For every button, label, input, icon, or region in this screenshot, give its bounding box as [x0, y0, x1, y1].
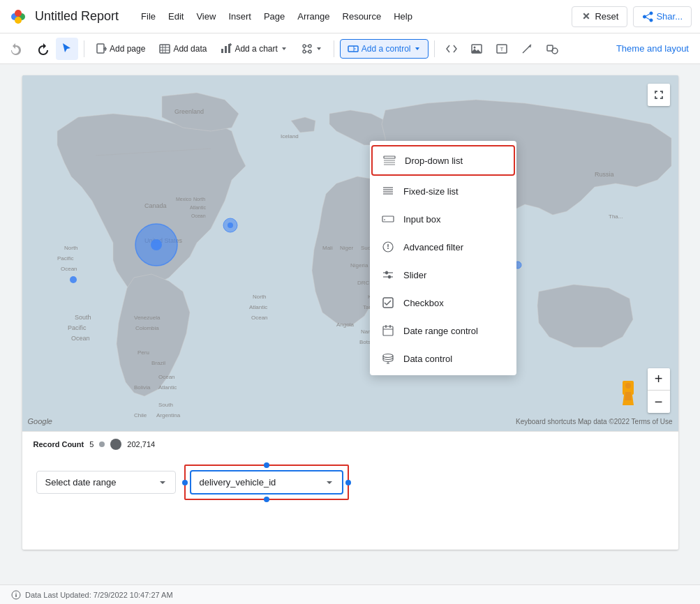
- delivery-dropdown[interactable]: delivery_vehicle_id: [190, 470, 343, 494]
- svg-rect-111: [383, 326, 393, 335]
- date-range-icon: [381, 324, 395, 338]
- expand-icon: [653, 89, 664, 100]
- menu-item-input-box[interactable]: Input box: [370, 205, 516, 233]
- connect-button[interactable]: [296, 40, 328, 58]
- svg-text:Pacific: Pacific: [68, 324, 87, 331]
- svg-text:Atlantic: Atlantic: [249, 304, 267, 310]
- handle-left: [182, 480, 188, 485]
- svg-point-105: [387, 248, 389, 249]
- reset-button[interactable]: Reset: [572, 6, 627, 27]
- shape-button[interactable]: [541, 38, 563, 60]
- menu-arrange[interactable]: Arrange: [292, 8, 335, 24]
- svg-text:South: South: [75, 314, 91, 321]
- svg-text:Bolivia: Bolivia: [134, 384, 151, 391]
- select-tool-button[interactable]: [56, 38, 78, 60]
- line-icon: [521, 43, 533, 55]
- svg-text:North: North: [253, 294, 267, 300]
- svg-rect-108: [385, 271, 388, 275]
- svg-rect-93: [384, 156, 395, 158]
- add-chart-button[interactable]: Add a chart: [215, 40, 292, 58]
- map-expand-button[interactable]: [648, 84, 670, 106]
- menu-view[interactable]: View: [191, 8, 221, 24]
- menu-page[interactable]: Page: [258, 8, 290, 24]
- svg-point-18: [303, 45, 306, 47]
- svg-text:Mexico: Mexico: [176, 197, 191, 202]
- add-control-dropdown-menu: Drop-down list Fixed-size list Input box…: [370, 141, 516, 375]
- advanced-filter-icon: [381, 240, 395, 254]
- menu-item-data-control[interactable]: Data control: [370, 345, 516, 372]
- date-chevron-icon: [158, 478, 167, 487]
- svg-text:Ocean: Ocean: [191, 213, 206, 218]
- code-button[interactable]: [440, 38, 463, 60]
- map-person-icon: [620, 381, 642, 409]
- svg-text:Tha...: Tha...: [609, 213, 623, 220]
- svg-text:Argentina: Argentina: [156, 412, 181, 418]
- svg-text:T: T: [500, 46, 503, 52]
- add-page-icon: [96, 43, 107, 54]
- svg-text:Russia: Russia: [595, 171, 614, 178]
- person-svg: [620, 381, 636, 406]
- map-zoom-in-button[interactable]: +: [648, 368, 670, 391]
- menu-help[interactable]: Help: [388, 8, 418, 24]
- svg-point-19: [308, 45, 311, 47]
- legend-dot-large: [110, 439, 121, 450]
- image-button[interactable]: [466, 38, 488, 60]
- menu-item-date-range[interactable]: Date range control: [370, 317, 516, 345]
- menu-edit[interactable]: Edit: [163, 8, 189, 24]
- svg-text:North: North: [193, 197, 205, 202]
- svg-text:Venezuela: Venezuela: [134, 315, 161, 321]
- svg-text:Niger: Niger: [340, 245, 353, 251]
- world-map: Canada United States Venezuela Colombia …: [22, 75, 678, 431]
- add-page-button[interactable]: Add page: [90, 40, 151, 58]
- line-button[interactable]: [516, 38, 538, 60]
- select-icon: [61, 43, 73, 55]
- map-attribution: Keyboard shortcuts Map data ©2022 Terms …: [516, 418, 673, 425]
- menu-item-slider[interactable]: Slider: [370, 261, 516, 289]
- text-button[interactable]: T: [491, 38, 513, 60]
- menu-resource[interactable]: Resource: [337, 8, 387, 24]
- date-range-select[interactable]: Select date range: [36, 471, 176, 494]
- separator-2: [334, 40, 334, 57]
- svg-text:Mali: Mali: [322, 245, 333, 251]
- menu-insert[interactable]: Insert: [223, 8, 257, 24]
- svg-point-28: [473, 46, 475, 48]
- legend-separator: 5: [89, 440, 94, 448]
- menu-item-advanced-filter[interactable]: Advanced filter: [370, 233, 516, 261]
- map-zoom-out-button[interactable]: −: [648, 391, 670, 413]
- map-area: Canada United States Venezuela Colombia …: [22, 75, 678, 431]
- menu-file[interactable]: File: [135, 8, 161, 24]
- toolbar: Add page Add data Add a chart Add a cont…: [0, 33, 700, 64]
- svg-text:Chile: Chile: [134, 412, 147, 418]
- menu-item-fixed-size-list[interactable]: Fixed-size list: [370, 177, 516, 205]
- image-icon: [470, 43, 483, 55]
- svg-point-120: [15, 592, 16, 593]
- undo-button[interactable]: [6, 38, 28, 60]
- legend-dot-small: [99, 441, 105, 447]
- svg-point-85: [228, 222, 233, 228]
- share-button[interactable]: Shar...: [633, 6, 692, 27]
- undo-icon: [10, 43, 23, 55]
- menu-item-dropdown-list[interactable]: Drop-down list: [371, 145, 515, 176]
- add-data-button[interactable]: Add data: [154, 40, 212, 58]
- handle-bottom: [264, 497, 269, 502]
- svg-text:Angola: Angola: [336, 322, 354, 328]
- redo-button[interactable]: [31, 38, 53, 60]
- svg-text:Peru: Peru: [137, 349, 149, 356]
- svg-point-4: [15, 17, 22, 24]
- legend-value: 202,714: [127, 440, 155, 448]
- app-title: Untitled Report: [35, 9, 119, 24]
- svg-point-21: [308, 50, 311, 53]
- separator-3: [434, 40, 435, 57]
- menu-item-checkbox[interactable]: Checkbox: [370, 289, 516, 317]
- svg-text:Brazil: Brazil: [151, 360, 165, 366]
- redo-icon: [36, 43, 48, 55]
- theme-layout-button[interactable]: Theme and layout: [611, 40, 694, 57]
- main-area: Canada United States Venezuela Colombia …: [0, 64, 700, 584]
- handle-top: [264, 462, 269, 468]
- text-icon: T: [496, 43, 508, 55]
- report-canvas: Canada United States Venezuela Colombia …: [22, 75, 678, 550]
- connect-icon: [301, 43, 313, 54]
- add-control-button[interactable]: Add a control: [340, 39, 429, 59]
- title-bar: Untitled Report File Edit View Insert Pa…: [0, 0, 700, 33]
- svg-rect-8: [160, 45, 170, 53]
